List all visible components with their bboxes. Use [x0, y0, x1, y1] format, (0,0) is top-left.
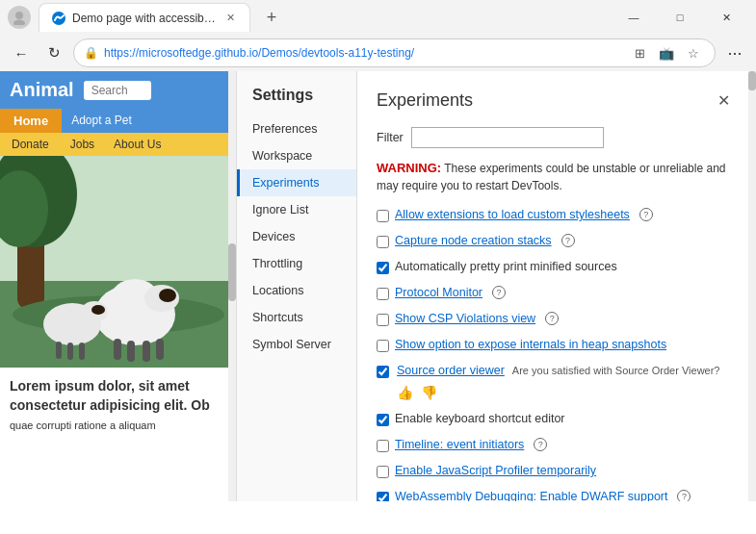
experiment-protocol-monitor-label[interactable]: Protocol Monitor ?: [377, 286, 506, 300]
experiment-pretty-print-text: Automatically pretty print minified sour…: [395, 260, 617, 273]
experiment-keyboard-shortcut-label[interactable]: Enable keyboard shortcut editor: [377, 412, 565, 426]
experiment-webassembly-text: WebAssembly Debugging: Enable DWARF supp…: [395, 490, 667, 501]
site-image: [0, 156, 236, 368]
experiment-source-order-content: Source order viewer Are you satisfied wi…: [397, 364, 737, 400]
sidebar-item-ignore-list[interactable]: Ignore List: [237, 196, 356, 223]
help-icon-protocol-monitor[interactable]: ?: [492, 286, 506, 299]
lock-icon: 🔒: [84, 46, 98, 60]
site-body-heading: Lorem ipsum dolor, sit amet consectetur …: [10, 377, 226, 415]
site-sub-menu: Donate Jobs About Us: [0, 133, 236, 156]
experiment-csp-violations-checkbox[interactable]: [377, 314, 389, 326]
active-tab[interactable]: Demo page with accessibility iss... ✕: [39, 3, 250, 32]
favorite-button[interactable]: ☆: [682, 41, 705, 64]
experiments-scrollbar[interactable]: [748, 71, 756, 501]
address-input-wrap[interactable]: 🔒 ⊞ 📺 ☆: [73, 38, 716, 67]
experiment-csp-violations: Show CSP Violations view ?: [377, 312, 737, 326]
window-controls: — □ ✕: [612, 3, 748, 32]
screen-cast-button[interactable]: 📺: [655, 41, 678, 64]
site-header: Animal: [0, 71, 236, 109]
experiment-timeline-checkbox[interactable]: [377, 440, 389, 452]
site-search-input[interactable]: [84, 81, 151, 100]
experiment-protocol-monitor: Protocol Monitor ?: [377, 286, 737, 300]
experiments-close-button[interactable]: ✕: [710, 87, 737, 114]
experiment-pretty-print-checkbox[interactable]: [377, 262, 389, 274]
svg-rect-22: [79, 343, 85, 360]
title-bar: Demo page with accessibility iss... ✕ + …: [0, 0, 756, 35]
experiment-keyboard-shortcut-checkbox[interactable]: [377, 414, 389, 426]
help-icon-capture-node[interactable]: ?: [561, 234, 575, 247]
new-tab-button[interactable]: +: [258, 4, 285, 31]
help-icon-timeline[interactable]: ?: [534, 438, 547, 451]
address-input[interactable]: [104, 46, 622, 60]
close-button[interactable]: ✕: [704, 3, 748, 32]
tab-title: Demo page with accessibility iss...: [72, 12, 217, 25]
help-icon-webassembly[interactable]: ?: [677, 490, 691, 501]
experiment-keyboard-shortcut-text: Enable keyboard shortcut editor: [395, 412, 565, 425]
thumb-up-button[interactable]: 👍: [397, 385, 413, 400]
experiments-scrollbar-thumb-bottom[interactable]: [748, 71, 756, 90]
svg-rect-14: [127, 341, 135, 362]
warning-prefix: WARNING:: [377, 161, 441, 175]
experiment-js-profiler-label[interactable]: Enable JavaScript Profiler temporarily: [377, 464, 596, 478]
site-menu-about[interactable]: About Us: [104, 133, 170, 156]
site-menu-home[interactable]: Home: [0, 109, 62, 133]
site-body-text: quae corrupti ratione a aliquam: [10, 419, 226, 433]
tab-close-button[interactable]: ✕: [222, 11, 238, 26]
experiment-csp-violations-label[interactable]: Show CSP Violations view ?: [377, 312, 559, 326]
warning-box: WARNING: These experiments could be unst…: [377, 160, 737, 194]
experiment-protocol-monitor-checkbox[interactable]: [377, 288, 389, 300]
website-scrollbar[interactable]: [228, 71, 236, 501]
experiment-js-profiler-checkbox[interactable]: [377, 466, 389, 478]
sidebar-item-symbol-server[interactable]: Symbol Server: [237, 331, 356, 358]
more-button[interactable]: ···: [721, 39, 748, 66]
filter-input[interactable]: [411, 127, 604, 148]
experiment-capture-node-checkbox[interactable]: [377, 236, 389, 248]
sidebar-item-preferences[interactable]: Preferences: [237, 115, 356, 142]
site-menu-adopt[interactable]: Adopt a Pet: [62, 109, 142, 133]
experiment-expose-internals: Show option to expose internals in heap …: [377, 338, 737, 352]
help-icon-csp-violations[interactable]: ?: [545, 312, 559, 325]
sidebar-item-experiments[interactable]: Experiments: [237, 169, 356, 196]
sidebar-item-workspace[interactable]: Workspace: [237, 142, 356, 169]
sidebar-item-locations[interactable]: Locations: [237, 277, 356, 304]
thumb-down-button[interactable]: 👎: [421, 385, 437, 400]
experiment-capture-node-label[interactable]: Capture node creation stacks ?: [377, 234, 575, 248]
experiment-allow-extensions-label[interactable]: Allow extensions to load custom styleshe…: [377, 208, 653, 222]
sidebar-item-shortcuts[interactable]: Shortcuts: [237, 304, 356, 331]
filter-row: Filter: [377, 127, 737, 148]
title-bar-left: [8, 6, 31, 29]
site-text: Lorem ipsum dolor, sit amet consectetur …: [0, 368, 236, 444]
experiment-webassembly-label[interactable]: WebAssembly Debugging: Enable DWARF supp…: [377, 490, 691, 501]
experiment-expose-internals-label[interactable]: Show option to expose internals in heap …: [377, 338, 666, 352]
help-icon-allow-extensions[interactable]: ?: [639, 208, 653, 221]
svg-point-12: [159, 289, 176, 302]
experiment-protocol-monitor-text: Protocol Monitor: [395, 286, 482, 299]
maximize-button[interactable]: □: [658, 3, 702, 32]
settings-panel: Settings Preferences Workspace Experimen…: [237, 71, 357, 501]
tab-favicon: [51, 11, 66, 26]
sidebar-item-throttling[interactable]: Throttling: [237, 250, 356, 277]
experiment-capture-node: Capture node creation stacks ?: [377, 234, 737, 248]
website-scrollbar-thumb[interactable]: [228, 243, 236, 301]
site-nav-menu: Home Adopt a Pet: [0, 109, 236, 133]
minimize-button[interactable]: —: [612, 3, 656, 32]
svg-rect-21: [67, 343, 73, 360]
reader-mode-button[interactable]: ⊞: [628, 41, 651, 64]
experiment-timeline-label[interactable]: Timeline: event initiators ?: [377, 438, 547, 452]
refresh-button[interactable]: ↻: [40, 39, 67, 66]
experiments-panel: Experiments ✕ Filter WARNING: These expe…: [357, 71, 756, 501]
source-order-question: Are you satisfied with Source Order View…: [512, 365, 720, 376]
sidebar-item-devices[interactable]: Devices: [237, 223, 356, 250]
site-menu-jobs[interactable]: Jobs: [61, 133, 104, 156]
back-button[interactable]: ←: [8, 39, 35, 66]
experiment-expose-internals-checkbox[interactable]: [377, 340, 389, 352]
experiment-source-order-checkbox[interactable]: [377, 366, 389, 378]
svg-rect-13: [114, 339, 121, 360]
profile-button[interactable]: [8, 6, 31, 29]
experiment-allow-extensions-checkbox[interactable]: [377, 210, 389, 222]
site-menu-donate[interactable]: Donate: [0, 133, 61, 156]
experiment-webassembly-checkbox[interactable]: [377, 492, 389, 501]
experiment-source-order-text: Source order viewer: [397, 364, 505, 377]
experiment-keyboard-shortcut: Enable keyboard shortcut editor: [377, 412, 737, 426]
experiment-pretty-print-label[interactable]: Automatically pretty print minified sour…: [377, 260, 617, 274]
